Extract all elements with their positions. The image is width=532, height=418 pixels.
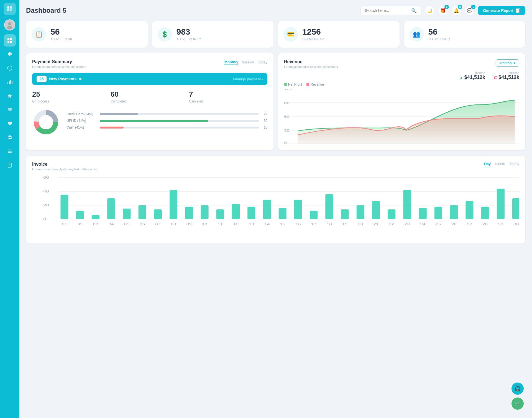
svg-text:18: 18 [327,222,332,226]
tab-weekly[interactable]: Weekly [242,60,254,65]
svg-text:08: 08 [171,222,176,226]
svg-text:12: 12 [233,222,238,226]
revenue-monthly-dropdown[interactable]: Monthly ▾ [496,59,519,67]
svg-text:23: 23 [405,222,410,226]
svg-rect-20 [8,151,12,152]
payment-summary-title-group: Payment Summary Lorem ipsum dolor sit am… [32,59,86,68]
svg-rect-14 [10,80,11,84]
tab-monthly[interactable]: Monthly [224,59,238,65]
header-right: 🔍 🌙 🎁 2 🔔 12 💬 5 Generate Report 📊 [360,6,525,16]
new-payments-bar: 25 New Payments Manage payment › [32,73,267,85]
revenue-label: Revenue [311,83,324,86]
stat-number-payment: 1256 [302,28,329,36]
payment-summary-header: Payment Summary Lorem ipsum dolor sit am… [32,59,267,68]
search-icon[interactable]: 🔍 [411,8,417,13]
svg-rect-73 [341,209,349,219]
sidebar-item-print[interactable] [4,131,16,143]
upi-val: 60 [262,119,267,123]
bell-button[interactable]: 🔔 12 [451,6,461,16]
search-input[interactable] [365,8,409,13]
chat-button[interactable]: 💬 5 [465,6,475,16]
sidebar-item-doc[interactable] [4,159,16,171]
svg-rect-83 [497,189,505,219]
sidebar-item-heart2[interactable] [4,117,16,130]
svg-rect-80 [450,205,458,219]
tab-today[interactable]: Today [258,60,267,65]
svg-rect-55 [60,195,68,219]
svg-text:30: 30 [284,129,290,132]
svg-text:10: 10 [202,222,207,226]
sidebar-item-info[interactable]: i [4,62,16,74]
svg-rect-18 [9,138,11,139]
generate-report-button[interactable]: Generate Report 📊 [478,6,525,15]
income-expense-row: Income ▲ $41,512k Expense 🏷 $41,512k [284,71,519,80]
svg-rect-76 [388,209,395,219]
svg-rect-19 [8,150,12,150]
svg-text:03: 03 [93,222,98,226]
stat-info-payment: 1256 PAYMENT SALE [302,28,329,41]
svg-rect-2 [7,9,9,11]
sidebar-item-chart[interactable] [4,76,16,88]
svg-rect-72 [325,194,333,219]
sidebar-item-dashboard[interactable] [4,34,16,47]
svg-rect-81 [466,201,473,219]
revenue-dot [306,83,309,86]
svg-text:14: 14 [264,222,270,226]
svg-rect-61 [154,209,162,219]
bar-row-credit: Credit Card (24%) 25 [66,112,267,116]
svg-text:16: 16 [295,222,301,226]
svg-rect-13 [9,81,10,84]
user-icon: 👥 [410,27,424,42]
cart-float-button[interactable]: 🛒 [511,398,524,410]
svg-rect-8 [7,41,9,43]
revenue-subtitle: Lorem ipsum dolor sit amet, consectetur [284,65,338,68]
income-label: Income [459,71,485,75]
invoice-header: Invoice Lorem Ipsum is simply dummy text… [32,162,519,171]
svg-rect-74 [357,205,364,219]
svg-rect-7 [10,38,12,40]
svg-text:21: 21 [373,222,378,226]
invoice-tab-today[interactable]: Today [510,162,519,167]
svg-text:04: 04 [109,222,114,226]
income-item: Income ▲ $41,512k [459,71,485,80]
sidebar-item-settings[interactable] [4,48,16,60]
svg-point-5 [7,26,12,29]
new-payments-count: 25 [37,76,47,82]
upi-label: UPI ID (41%) [66,119,97,123]
bar-chart-icon: 📊 [516,8,520,13]
sidebar: i [0,0,19,418]
stat-label-money: TOTAL MONEY [177,37,201,41]
invoice-tab-month[interactable]: Month [495,162,505,167]
upi-fill [100,120,208,122]
payment-stats-nums: 25 On process 60 Completed 7 Canceled [32,90,267,103]
main-content: Dashboard 5 🔍 🌙 🎁 2 🔔 12 💬 5 Generate Re… [19,0,532,418]
gift-button[interactable]: 🎁 2 [438,6,448,16]
svg-text:28: 28 [482,222,488,226]
svg-text:15: 15 [280,222,285,226]
svg-rect-78 [419,208,427,219]
support-float-button[interactable]: 🎧 [511,383,524,395]
svg-rect-25 [9,166,10,166]
svg-text:29: 29 [498,222,503,226]
revenue-title: Revenue [284,59,338,64]
stat-card-email: 📋 56 TOTAL EMAIL [26,21,148,48]
svg-text:11: 11 [218,222,223,226]
sidebar-logo [4,3,16,15]
svg-text:01: 01 [62,222,67,226]
sidebar-item-list[interactable] [4,145,16,157]
manage-payment-link[interactable]: Manage payment › [233,77,263,81]
upi-track [100,120,259,122]
svg-text:30: 30 [514,222,519,226]
credit-label: Credit Card (24%) [66,112,97,116]
expense-label: Expense [493,71,519,75]
avatar[interactable] [4,19,15,30]
svg-rect-82 [481,207,489,219]
search-box: 🔍 [360,6,421,15]
sidebar-item-heart[interactable] [4,104,16,116]
sidebar-item-star[interactable] [4,90,16,102]
invoice-tabs: Day Month Today [484,162,519,167]
svg-rect-62 [170,190,177,219]
invoice-tab-day[interactable]: Day [484,162,491,167]
theme-toggle-button[interactable]: 🌙 [425,6,435,16]
svg-rect-64 [201,205,209,219]
